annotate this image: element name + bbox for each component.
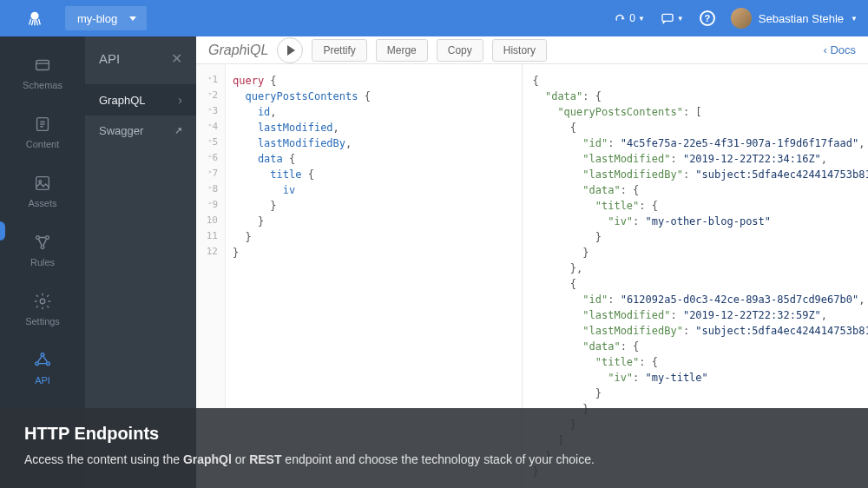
chevron-down-icon: ▼ [677,15,684,23]
chat-icon[interactable]: ▼ [661,11,684,25]
merge-button[interactable]: Merge [376,39,428,62]
overlay-text: Access the content using the GraphQl or … [24,452,844,466]
nav-assets[interactable]: Assets [0,162,85,221]
svg-point-8 [41,246,44,249]
external-link-icon: ↗ [174,125,182,136]
prettify-button[interactable]: Prettify [312,39,366,62]
user-menu[interactable]: Sebastian Stehle ▼ [731,8,858,29]
svg-point-7 [46,236,49,240]
nav-api[interactable]: API [0,339,85,398]
sidebar-item-graphql[interactable]: GraphQL › [85,84,196,115]
tour-indicator[interactable] [0,221,5,241]
app-selector[interactable]: my-blog [65,6,147,30]
svg-rect-2 [36,61,49,70]
nav-rules[interactable]: Rules [0,221,85,280]
chevron-down-icon: ▼ [851,15,858,23]
svg-point-10 [41,353,44,357]
nav-schemas[interactable]: Schemas [0,43,85,102]
history-button[interactable]: History [492,39,547,62]
svg-point-11 [36,362,39,366]
user-name: Sebastian Stehle [759,12,844,25]
nav-settings[interactable]: Settings [0,280,85,339]
avatar [731,8,752,29]
svg-rect-4 [36,177,49,190]
overlay-title: HTTP Endpoints [24,424,844,444]
panel-title: API ✕ [85,50,196,84]
svg-point-9 [40,299,45,304]
nav-content[interactable]: Content [0,102,85,162]
svg-point-6 [36,236,40,240]
graphiql-logo: GraphiQL [208,43,268,58]
docs-link[interactable]: Docs [823,43,856,56]
execute-button[interactable] [277,37,303,63]
close-icon[interactable]: ✕ [171,50,182,67]
top-right-actions: 0 ▼ ▼ ? Sebastian Stehle ▼ [613,8,858,29]
sidebar-item-swagger[interactable]: Swagger ↗ [85,115,196,146]
tour-overlay: HTTP Endpoints Access the content using … [0,408,868,488]
help-icon[interactable]: ? [700,10,715,26]
app-logo[interactable] [10,9,58,28]
svg-rect-1 [662,14,673,21]
svg-point-0 [30,12,38,20]
app-name: my-blog [77,12,117,25]
top-bar: my-blog 0 ▼ ▼ ? Sebastian Stehle ▼ [0,0,868,36]
sync-icon[interactable]: 0 ▼ [613,11,645,25]
copy-button[interactable]: Copy [437,39,483,62]
svg-point-12 [47,362,50,366]
graphiql-toolbar: GraphiQL Prettify Merge Copy History Doc… [196,36,868,64]
chevron-right-icon: › [178,93,182,107]
chevron-down-icon: ▼ [638,15,645,23]
